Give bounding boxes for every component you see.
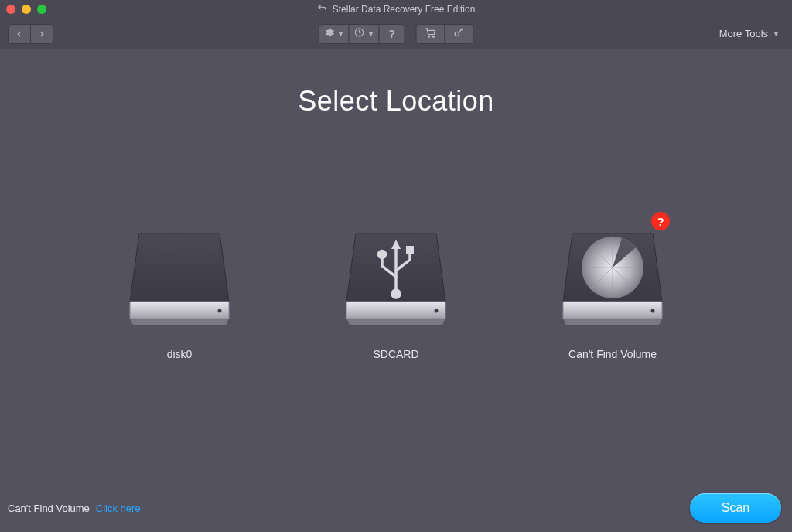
nav-group [8, 24, 53, 44]
svg-marker-18 [563, 319, 662, 325]
help-button[interactable]: ? [379, 24, 405, 44]
minimize-window-button[interactable] [22, 5, 31, 14]
svg-point-2 [455, 32, 459, 36]
svg-point-6 [218, 309, 222, 313]
svg-rect-15 [406, 246, 414, 254]
window-title: Stellar Data Recovery Free Edition [333, 4, 476, 15]
svg-point-19 [651, 309, 655, 313]
close-window-button[interactable] [6, 5, 15, 14]
chevron-down-icon: ▼ [773, 30, 780, 38]
drive-item-cant-find-volume[interactable]: ? Can't Find Volume [558, 218, 667, 360]
window-controls [6, 5, 46, 14]
more-tools-dropdown[interactable]: More Tools ▼ [719, 28, 784, 39]
gear-icon [323, 27, 334, 41]
svg-point-1 [433, 36, 435, 37]
settings-cluster: ▼ ▼ ? [319, 24, 405, 44]
main-content: Select Location [0, 49, 792, 489]
footer-click-here-link[interactable]: Click here [96, 503, 141, 514]
unknown-volume-icon: ? [558, 218, 667, 334]
drive-label: SDCARD [373, 348, 418, 360]
footer: Can't Find Volume Click here Scan [0, 489, 792, 532]
svg-marker-3 [130, 234, 229, 302]
page-title: Select Location [0, 85, 792, 118]
history-icon [353, 27, 364, 41]
chevron-down-icon: ▼ [337, 30, 344, 38]
svg-marker-5 [130, 319, 229, 325]
undo-arrow-icon [317, 3, 328, 16]
drive-item-sdcard[interactable]: SDCARD [342, 218, 450, 360]
svg-point-0 [428, 36, 430, 37]
purchase-cluster [416, 24, 474, 44]
key-icon [453, 26, 466, 42]
scan-button[interactable]: Scan [690, 493, 781, 523]
activate-button[interactable] [445, 24, 474, 44]
nav-forward-button[interactable] [30, 24, 53, 44]
question-badge-icon: ? [651, 212, 670, 230]
history-button[interactable]: ▼ [349, 24, 380, 44]
drive-row: disk0 [0, 218, 792, 360]
nav-back-button[interactable] [8, 24, 31, 44]
drive-label: Can't Find Volume [568, 348, 657, 360]
titlebar: Stellar Data Recovery Free Edition [0, 0, 792, 19]
cart-icon [425, 26, 437, 42]
usb-drive-icon [342, 218, 450, 334]
cart-button[interactable] [416, 24, 446, 44]
settings-button[interactable]: ▼ [319, 24, 350, 44]
svg-marker-4 [130, 302, 229, 319]
footer-hint-text: Can't Find Volume [8, 503, 90, 514]
fullscreen-window-button[interactable] [37, 5, 46, 14]
window-title-group: Stellar Data Recovery Free Edition [317, 3, 476, 16]
internal-drive-icon [125, 218, 234, 334]
svg-point-14 [379, 251, 386, 258]
svg-point-10 [435, 309, 439, 313]
svg-marker-9 [346, 319, 446, 325]
more-tools-label: More Tools [719, 28, 768, 39]
help-icon: ? [388, 28, 395, 40]
toolbar: ▼ ▼ ? Mo [0, 19, 792, 49]
toolbar-center: ▼ ▼ ? [319, 24, 474, 44]
svg-marker-8 [346, 302, 446, 319]
drive-item-disk0[interactable]: disk0 [125, 218, 234, 360]
svg-marker-17 [563, 302, 662, 319]
svg-point-13 [392, 290, 400, 298]
drive-label: disk0 [167, 348, 193, 360]
chevron-down-icon: ▼ [367, 30, 374, 38]
